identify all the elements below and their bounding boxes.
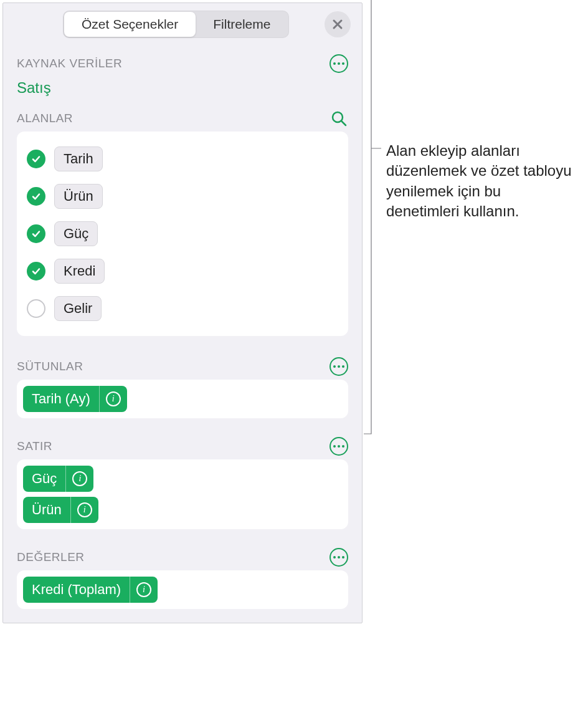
- fields-list: Tarih Ürün Güç: [17, 132, 348, 336]
- value-chip-kredi-toplam[interactable]: Kredi (Toplam) i: [23, 577, 158, 603]
- columns-label: SÜTUNLAR: [17, 360, 83, 373]
- rows-header: SATIR: [17, 437, 348, 456]
- field-row: Güç: [27, 215, 338, 252]
- chip-info-button[interactable]: i: [66, 466, 93, 492]
- check-icon: [31, 229, 41, 239]
- tab-summary-options[interactable]: Özet Seçenekler: [64, 12, 196, 37]
- chip-info-button[interactable]: i: [100, 386, 127, 412]
- field-row: Ürün: [27, 178, 338, 215]
- field-checkbox-kredi[interactable]: [27, 262, 45, 281]
- segmented-control: Özet Seçenekler Filtreleme: [63, 11, 289, 38]
- columns-more-button[interactable]: [330, 357, 348, 376]
- rows-more-button[interactable]: [330, 437, 348, 456]
- source-more-button[interactable]: [330, 54, 348, 73]
- chip-label: Güç: [23, 466, 65, 492]
- more-icon: [333, 365, 336, 368]
- source-data-header: KAYNAK VERİLER: [17, 54, 348, 73]
- field-checkbox-guc[interactable]: [27, 224, 45, 243]
- source-data-label: KAYNAK VERİLER: [17, 57, 122, 70]
- close-icon: [332, 19, 343, 30]
- fields-label: ALANLAR: [17, 112, 73, 125]
- fields-header: ALANLAR: [17, 109, 348, 128]
- columns-header: SÜTUNLAR: [17, 357, 348, 376]
- field-chip-guc[interactable]: Güç: [54, 221, 98, 246]
- rows-dropzone[interactable]: Güç i Ürün i: [17, 459, 348, 529]
- info-icon: i: [72, 471, 87, 486]
- field-chip-urun[interactable]: Ürün: [54, 184, 103, 209]
- columns-dropzone[interactable]: Tarih (Ay) i: [17, 380, 348, 418]
- panel-header: Özet Seçenekler Filtreleme: [3, 3, 362, 44]
- values-label: DEĞERLER: [17, 550, 85, 564]
- chip-info-button[interactable]: i: [71, 497, 98, 523]
- source-table-name[interactable]: Satış: [17, 79, 348, 97]
- svg-line-1: [341, 121, 346, 125]
- info-icon: i: [77, 502, 92, 517]
- values-more-button[interactable]: [330, 548, 348, 567]
- field-chip-tarih[interactable]: Tarih: [54, 146, 103, 171]
- field-chip-gelir[interactable]: Gelir: [54, 296, 102, 321]
- chip-info-button[interactable]: i: [130, 577, 158, 603]
- column-chip-tarih-ay[interactable]: Tarih (Ay) i: [23, 386, 127, 412]
- rows-label: SATIR: [17, 439, 52, 453]
- row-chip-guc[interactable]: Güç i: [23, 466, 93, 492]
- callout: Alan ekleyip alanları düzenlemek ve özet…: [363, 141, 574, 222]
- field-checkbox-urun[interactable]: [27, 187, 45, 206]
- field-checkbox-gelir[interactable]: [27, 299, 45, 318]
- info-icon: i: [136, 582, 151, 597]
- pivot-options-panel: Özet Seçenekler Filtreleme KAYNAK VERİLE…: [2, 2, 363, 623]
- more-icon: [333, 62, 336, 65]
- check-icon: [31, 154, 41, 164]
- check-icon: [31, 266, 41, 276]
- field-row: Tarih: [27, 140, 338, 178]
- chip-label: Tarih (Ay): [23, 386, 99, 412]
- field-row: Kredi: [27, 252, 338, 290]
- chip-label: Kredi (Toplam): [23, 577, 130, 603]
- chip-label: Ürün: [23, 497, 70, 523]
- values-dropzone[interactable]: Kredi (Toplam) i: [17, 570, 348, 609]
- callout-bracket-icon: [363, 0, 386, 435]
- more-icon: [333, 556, 336, 559]
- values-header: DEĞERLER: [17, 548, 348, 567]
- fields-search-button[interactable]: [330, 109, 348, 128]
- tab-filtering[interactable]: Filtreleme: [196, 12, 288, 37]
- search-icon: [330, 110, 348, 127]
- field-row: Gelir: [27, 290, 338, 327]
- info-icon: i: [106, 391, 121, 406]
- field-chip-kredi[interactable]: Kredi: [54, 259, 105, 284]
- close-button[interactable]: [325, 11, 351, 37]
- check-icon: [31, 191, 41, 201]
- field-checkbox-tarih[interactable]: [27, 150, 45, 168]
- callout-text: Alan ekleyip alanları düzenlemek ve özet…: [386, 141, 574, 222]
- row-chip-urun[interactable]: Ürün i: [23, 497, 98, 523]
- more-icon: [333, 445, 336, 448]
